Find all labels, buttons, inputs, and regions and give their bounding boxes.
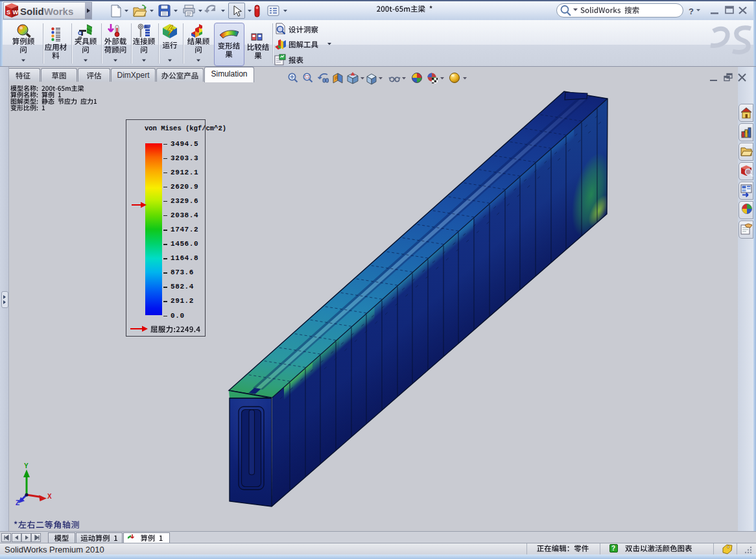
svg-text:S: S	[6, 9, 10, 16]
svg-text:Z: Z	[16, 499, 19, 506]
svg-text:?: ?	[689, 6, 694, 16]
svg-text:X: X	[47, 493, 52, 500]
svg-text:Y: Y	[24, 462, 29, 470]
svg-text:W: W	[13, 9, 19, 16]
